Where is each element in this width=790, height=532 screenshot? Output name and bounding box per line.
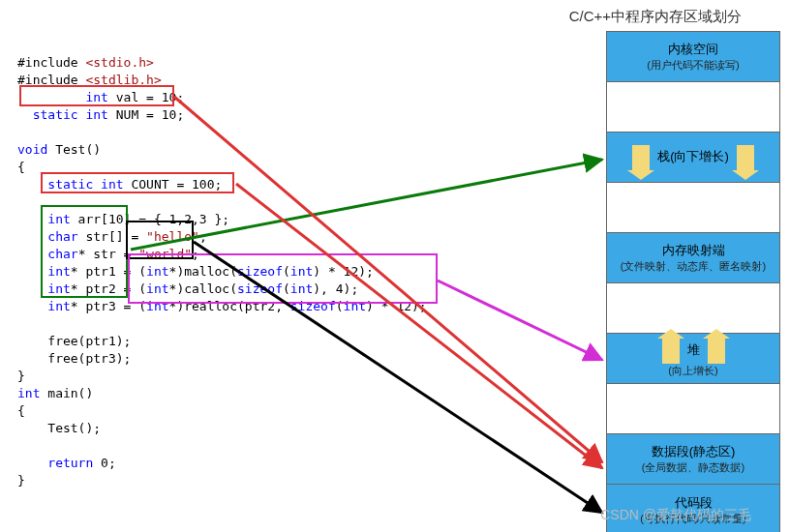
arrow-up-icon [662, 339, 680, 364]
mem-kernel: 内核空间(用户代码不能读写) [607, 32, 779, 82]
svg-line-1 [438, 281, 602, 360]
mem-heap: 堆 (向上增长) [607, 334, 779, 384]
mem-gap3 [607, 283, 779, 334]
arrow-up-icon [708, 339, 725, 364]
mem-gap2 [607, 183, 779, 233]
diagram-title: C/C++中程序内存区域划分 [569, 8, 742, 26]
watermark: CSDN @爱敲代码的三毛 [600, 507, 751, 524]
mem-gap1 [607, 82, 779, 133]
arrow-down-icon [737, 145, 754, 170]
mem-mmap: 内存映射端(文件映射、动态库、匿名映射) [607, 233, 779, 283]
mem-gap4 [607, 384, 779, 434]
memory-layout: 内核空间(用户代码不能读写) 栈(向下增长) 内存映射端(文件映射、动态库、匿名… [606, 31, 780, 532]
code-block: #include <stdio.h> #include <stdlib.h> i… [17, 54, 427, 489]
mem-stack: 栈(向下增长) [607, 133, 779, 183]
mem-data: 数据段(静态区)(全局数据、静态数据) [607, 434, 779, 485]
arrow-down-icon [632, 145, 650, 170]
